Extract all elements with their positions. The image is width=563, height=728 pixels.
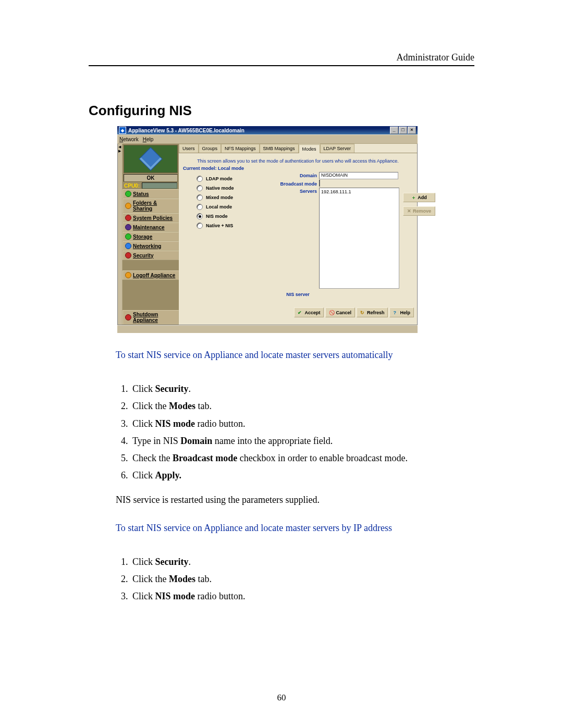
radio-icon — [197, 194, 203, 201]
app-window: ◈ ApplianceView 5.3 - AW565BCE0E.localdo… — [117, 126, 418, 333]
procedure-heading-2: To start NIS service on Appliance and lo… — [116, 522, 474, 535]
edge-handle[interactable]: ◀ ▶ — [118, 144, 123, 325]
shutdown-icon — [125, 314, 131, 320]
step: Type in NIS Domain name into the appropr… — [130, 435, 474, 448]
cancel-icon: 🚫 — [329, 310, 334, 315]
page-number: 60 — [0, 693, 563, 703]
action-buttons: ✔ Accept 🚫 Cancel ↻ Refresh ? Help — [179, 307, 417, 320]
step: Click Security. — [130, 556, 474, 569]
sidebar-item-security[interactable]: Security — [123, 251, 179, 260]
storage-icon — [125, 233, 131, 240]
maintenance-icon — [125, 224, 131, 230]
step: Click the Modes tab. — [130, 573, 474, 586]
menubar: Network Help — [117, 134, 418, 144]
radio-native-nis-mode[interactable]: Native + NIS — [197, 221, 267, 230]
current-model-label: Current model: Local mode — [179, 165, 417, 172]
page-title: Configuring NIS — [89, 103, 474, 119]
status-icon — [125, 191, 131, 197]
networking-icon — [125, 243, 131, 249]
sidebar-item-status[interactable]: Status — [123, 189, 179, 199]
tab-description: This screen allows you to set the mode o… — [179, 153, 417, 165]
sidebar-item-networking[interactable]: Networking — [123, 241, 179, 251]
help-icon: ? — [393, 310, 398, 315]
step: Click NIS mode radio button. — [130, 590, 474, 603]
cpu-label: CPU0: — [124, 183, 140, 189]
policies-icon — [125, 215, 131, 221]
sidebar-item-maintenance[interactable]: Maintenance — [123, 223, 179, 232]
sidebar-item-logoff[interactable]: Logoff Appliance — [123, 270, 179, 280]
refresh-button[interactable]: ↻ Refresh — [357, 307, 388, 317]
help-button[interactable]: ? Help — [389, 307, 414, 317]
radio-native-mode[interactable]: Native mode — [197, 183, 267, 193]
folders-icon — [125, 203, 131, 209]
security-icon — [125, 252, 131, 258]
step-result: NIS service is restarted using the param… — [116, 493, 474, 507]
steps-list-2: Click Security. Click the Modes tab. Cli… — [130, 556, 474, 603]
steps-list-1: Click Security. Click the Modes tab. Cli… — [130, 382, 474, 482]
menu-help[interactable]: Help — [143, 137, 154, 142]
x-icon: ✕ — [407, 208, 411, 214]
domain-label: Domain — [267, 172, 319, 178]
step: Click Apply. — [130, 469, 474, 482]
tab-smb-mappings[interactable]: SMB Mappings — [260, 144, 299, 153]
radio-ldap-mode[interactable]: LDAP mode — [197, 174, 267, 183]
radio-mixed-mode[interactable]: Mixed mode — [197, 193, 267, 202]
radio-nis-mode[interactable]: NIS mode — [197, 212, 267, 221]
step: Click Security. — [130, 382, 474, 396]
servers-label: Servers — [267, 188, 319, 194]
sidebar-item-storage[interactable]: Storage — [123, 232, 179, 241]
plus-icon: ＋ — [411, 194, 416, 201]
sidebar-item-folders[interactable]: Folders & Sharing — [123, 199, 179, 213]
tab-ldap-server[interactable]: LDAP Server — [320, 144, 354, 153]
expand-right-icon: ▶ — [118, 149, 121, 153]
mode-radios: LDAP mode Native mode Mixed mode Lo — [182, 172, 267, 290]
titlebar[interactable]: ◈ ApplianceView 5.3 - AW565BCE0E.localdo… — [117, 126, 418, 134]
tab-groups[interactable]: Groups — [199, 144, 222, 153]
radio-icon — [197, 213, 203, 219]
menu-network[interactable]: Network — [119, 137, 139, 142]
remove-button[interactable]: ✕ Remove — [403, 206, 435, 216]
header-right: Administrator Guide — [89, 52, 474, 66]
sidebar-item-system-policies[interactable]: System Policies — [123, 213, 179, 223]
cancel-button[interactable]: 🚫 Cancel — [325, 307, 355, 317]
app-icon: ◈ — [119, 127, 126, 134]
step: Click NIS mode radio button. — [130, 417, 474, 430]
collapse-left-icon: ◀ — [118, 145, 121, 149]
tab-nfs-mappings[interactable]: NFS Mappings — [221, 144, 260, 153]
tab-users[interactable]: Users — [179, 144, 199, 153]
radio-icon — [197, 176, 203, 182]
logoff-icon — [125, 272, 131, 278]
sidebar-item-shutdown[interactable]: Shutdown Appliance — [123, 310, 179, 325]
tabbar: Users Groups NFS Mappings SMB Mappings M… — [179, 144, 417, 153]
cpu-bar — [142, 182, 177, 189]
minimize-button[interactable]: _ — [390, 127, 398, 134]
maximize-button[interactable]: □ — [399, 127, 407, 134]
domain-input[interactable]: NISDOMAIN — [319, 172, 398, 179]
close-button[interactable]: × — [408, 127, 416, 134]
nis-server-label: NIS server — [179, 290, 417, 307]
procedure-heading-1: To start NIS service on Appliance and lo… — [116, 349, 474, 362]
tab-modes[interactable]: Modes — [299, 144, 320, 153]
step: Check the Broadcast mode checkbox in ord… — [130, 452, 474, 465]
broadcast-checkbox[interactable] — [319, 180, 320, 187]
radio-icon — [197, 204, 203, 210]
servers-list[interactable]: 192.168.111.1 — [319, 188, 399, 289]
sidebar: OK CPU0: Status Folders & Sharing Sy — [123, 144, 179, 325]
cpu-status-text: OK — [124, 174, 178, 182]
radio-local-mode[interactable]: Local mode — [197, 202, 267, 212]
accept-icon: ✔ — [298, 310, 303, 315]
add-button[interactable]: ＋ Add — [403, 193, 435, 202]
main-panel: Users Groups NFS Mappings SMB Mappings M… — [179, 144, 417, 325]
logo — [124, 145, 178, 173]
step: Click the Modes tab. — [130, 400, 474, 413]
radio-icon — [197, 223, 203, 229]
accept-button[interactable]: ✔ Accept — [294, 307, 324, 317]
logo-icon — [139, 147, 162, 170]
server-entry[interactable]: 192.168.111.1 — [320, 188, 399, 195]
statusbar — [117, 325, 418, 333]
radio-icon — [197, 185, 203, 191]
cpu-meter: CPU0: — [123, 182, 179, 189]
broadcast-label: Broadcast mode — [267, 180, 319, 187]
window-title: ApplianceView 5.3 - AW565BCE0E.localdoma… — [128, 128, 244, 133]
refresh-icon: ↻ — [360, 310, 365, 315]
